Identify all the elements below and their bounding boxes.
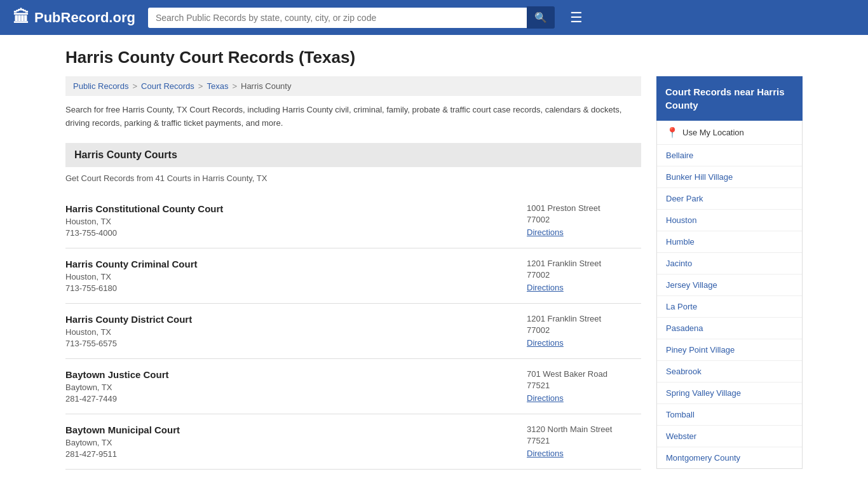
- building-icon: 🏛: [13, 8, 29, 27]
- sidebar-item-label: Jacinto: [666, 259, 692, 268]
- sidebar-item-label: Pasadena: [666, 323, 703, 333]
- directions-link-4[interactable]: Directions: [527, 449, 564, 458]
- sidebar-item-label: Piney Point Village: [666, 345, 735, 355]
- sidebar-use-location[interactable]: 📍 Use My Location: [657, 121, 802, 145]
- court-phone-4: 281-427-9511: [65, 449, 527, 459]
- breadcrumb-harris-county: Harris County: [241, 81, 291, 91]
- sidebar-item-la-porte[interactable]: La Porte: [657, 296, 802, 318]
- sidebar-item-label: Jersey Village: [666, 280, 717, 290]
- court-address-2: 1201 Franklin Street: [527, 314, 641, 323]
- breadcrumb-sep-3: >: [232, 81, 237, 91]
- location-icon: 📍: [666, 126, 679, 139]
- sidebar-item-bunker-hill[interactable]: Bunker Hill Village: [657, 166, 802, 188]
- sidebar-item-label: Seabrook: [666, 367, 702, 376]
- courts-count: Get Court Records from 41 Courts in Harr…: [65, 173, 641, 191]
- court-right-3: 701 West Baker Road 77521 Directions: [527, 369, 641, 403]
- search-icon: 🔍: [534, 12, 547, 23]
- sidebar-item-tomball[interactable]: Tomball: [657, 404, 802, 426]
- sidebar-item-jacinto[interactable]: Jacinto: [657, 253, 802, 274]
- court-name-4: Baytown Municipal Court: [65, 424, 527, 435]
- logo[interactable]: 🏛 PubRecord.org: [13, 8, 135, 27]
- court-name-1: Harris County Criminal Court: [65, 259, 527, 269]
- breadcrumb-court-records[interactable]: Court Records: [141, 81, 194, 91]
- sidebar-item-label: Bunker Hill Village: [666, 172, 733, 182]
- hamburger-icon: ☰: [570, 10, 583, 25]
- sidebar-content: 📍 Use My Location Bellaire Bunker Hill V…: [656, 121, 803, 469]
- court-phone-0: 713-755-4000: [65, 228, 527, 238]
- sidebar-item-bellaire[interactable]: Bellaire: [657, 145, 802, 166]
- directions-link-2[interactable]: Directions: [527, 338, 564, 348]
- directions-link-1[interactable]: Directions: [527, 283, 564, 292]
- breadcrumb-public-records[interactable]: Public Records: [73, 81, 128, 91]
- sidebar-item-webster[interactable]: Webster: [657, 426, 802, 447]
- court-phone-3: 281-427-7449: [65, 394, 527, 403]
- court-city-4: Baytown, TX: [65, 438, 527, 447]
- use-location-label: Use My Location: [682, 128, 744, 137]
- court-name-0: Harris Constitutional County Court: [65, 203, 527, 214]
- breadcrumb: Public Records > Court Records > Texas >…: [65, 76, 641, 96]
- court-entry-0: Harris Constitutional County Court Houst…: [65, 193, 641, 248]
- court-address-0: 1001 Preston Street: [527, 203, 641, 213]
- sidebar-item-label: Humble: [666, 237, 695, 247]
- main-container: Harris County Court Records (Texas) Publ…: [53, 35, 815, 482]
- sidebar-item-label: Webster: [666, 431, 696, 441]
- court-right-4: 3120 North Main Street 77521 Directions: [527, 424, 641, 458]
- court-zip-4: 77521: [527, 436, 641, 445]
- page-description: Search for free Harris County, TX Court …: [65, 104, 641, 130]
- court-entry-1: Harris County Criminal Court Houston, TX…: [65, 248, 641, 304]
- court-phone-2: 713-755-6575: [65, 339, 527, 348]
- sidebar-item-humble[interactable]: Humble: [657, 231, 802, 253]
- court-city-3: Baytown, TX: [65, 383, 527, 392]
- court-entry-3: Baytown Justice Court Baytown, TX 281-42…: [65, 359, 641, 414]
- sidebar-item-deer-park[interactable]: Deer Park: [657, 188, 802, 210]
- court-left-3: Baytown Justice Court Baytown, TX 281-42…: [65, 369, 527, 403]
- court-address-3: 701 West Baker Road: [527, 369, 641, 379]
- search-input[interactable]: [148, 8, 527, 28]
- breadcrumb-sep-2: >: [198, 81, 203, 91]
- main-content: Public Records > Court Records > Texas >…: [65, 76, 641, 470]
- sidebar-item-montgomery-county[interactable]: Montgomery County: [657, 447, 802, 468]
- sidebar-item-label: La Porte: [666, 302, 697, 311]
- content-row: Public Records > Court Records > Texas >…: [65, 76, 803, 470]
- logo-text: PubRecord.org: [34, 10, 135, 26]
- court-city-2: Houston, TX: [65, 327, 527, 337]
- site-header: 🏛 PubRecord.org 🔍 ☰: [0, 0, 868, 35]
- sidebar-item-label: Houston: [666, 215, 696, 225]
- court-zip-1: 77002: [527, 270, 641, 280]
- sidebar-item-jersey-village[interactable]: Jersey Village: [657, 274, 802, 296]
- menu-button[interactable]: ☰: [567, 7, 585, 29]
- directions-link-0[interactable]: Directions: [527, 227, 564, 237]
- court-entry-4: Baytown Municipal Court Baytown, TX 281-…: [65, 414, 641, 470]
- courts-list: Harris Constitutional County Court Houst…: [65, 193, 641, 470]
- court-address-1: 1201 Franklin Street: [527, 259, 641, 268]
- breadcrumb-sep-1: >: [132, 81, 137, 91]
- court-name-2: Harris County District Court: [65, 314, 527, 325]
- breadcrumb-texas[interactable]: Texas: [207, 81, 228, 91]
- court-zip-2: 77002: [527, 325, 641, 335]
- court-phone-1: 713-755-6180: [65, 283, 527, 293]
- court-right-1: 1201 Franklin Street 77002 Directions: [527, 259, 641, 292]
- sidebar: Court Records near Harris County 📍 Use M…: [656, 76, 803, 469]
- search-bar: 🔍: [148, 6, 555, 29]
- court-left-4: Baytown Municipal Court Baytown, TX 281-…: [65, 424, 527, 459]
- sidebar-item-spring-valley[interactable]: Spring Valley Village: [657, 383, 802, 404]
- court-entry-2: Harris County District Court Houston, TX…: [65, 304, 641, 359]
- court-left-1: Harris County Criminal Court Houston, TX…: [65, 259, 527, 293]
- court-zip-3: 77521: [527, 381, 641, 390]
- directions-link-3[interactable]: Directions: [527, 393, 564, 403]
- court-name-3: Baytown Justice Court: [65, 369, 527, 380]
- sidebar-item-label: Deer Park: [666, 194, 703, 203]
- sidebar-item-seabrook[interactable]: Seabrook: [657, 361, 802, 383]
- courts-section-header: Harris County Courts: [65, 143, 641, 167]
- search-button[interactable]: 🔍: [527, 6, 555, 29]
- court-city-1: Houston, TX: [65, 272, 527, 281]
- sidebar-item-piney-point[interactable]: Piney Point Village: [657, 339, 802, 361]
- sidebar-item-label: Montgomery County: [666, 453, 740, 463]
- court-left-2: Harris County District Court Houston, TX…: [65, 314, 527, 348]
- court-right-2: 1201 Franklin Street 77002 Directions: [527, 314, 641, 348]
- sidebar-item-pasadena[interactable]: Pasadena: [657, 318, 802, 339]
- sidebar-item-label: Spring Valley Village: [666, 388, 741, 398]
- court-zip-0: 77002: [527, 215, 641, 224]
- court-address-4: 3120 North Main Street: [527, 424, 641, 434]
- sidebar-item-houston[interactable]: Houston: [657, 210, 802, 231]
